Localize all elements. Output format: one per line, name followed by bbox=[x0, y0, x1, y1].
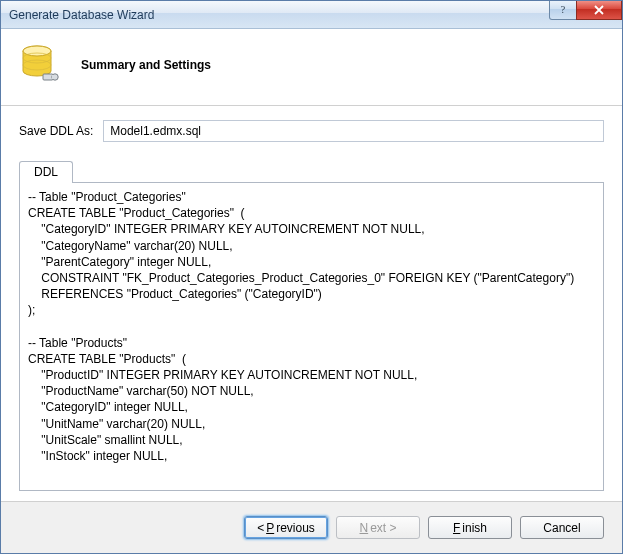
wizard-body: Save DDL As: DDL bbox=[1, 106, 622, 501]
close-button[interactable] bbox=[576, 1, 622, 20]
database-icon bbox=[19, 43, 61, 87]
svg-rect-8 bbox=[52, 75, 56, 79]
tabstrip: DDL bbox=[19, 160, 604, 182]
finish-button[interactable]: Finish bbox=[428, 516, 512, 539]
page-title: Summary and Settings bbox=[81, 58, 211, 72]
cancel-button[interactable]: Cancel bbox=[520, 516, 604, 539]
save-ddl-row: Save DDL As: bbox=[19, 120, 604, 142]
save-ddl-label: Save DDL As: bbox=[19, 124, 93, 138]
next-button: Next > bbox=[336, 516, 420, 539]
titlebar: Generate Database Wizard ? bbox=[1, 1, 622, 29]
help-button[interactable]: ? bbox=[549, 1, 577, 20]
close-icon bbox=[593, 5, 605, 15]
window-controls: ? bbox=[550, 1, 622, 20]
ddl-textarea[interactable] bbox=[22, 185, 601, 488]
help-icon: ? bbox=[558, 5, 568, 15]
previous-button[interactable]: < Previous bbox=[244, 516, 328, 539]
wizard-footer: < Previous Next > Finish Cancel bbox=[1, 502, 622, 553]
wizard-header: Summary and Settings bbox=[1, 29, 622, 105]
save-ddl-input[interactable] bbox=[103, 120, 604, 142]
svg-text:?: ? bbox=[561, 5, 566, 15]
tab-ddl[interactable]: DDL bbox=[19, 161, 73, 183]
window-title: Generate Database Wizard bbox=[9, 8, 154, 22]
ddl-panel bbox=[19, 182, 604, 491]
